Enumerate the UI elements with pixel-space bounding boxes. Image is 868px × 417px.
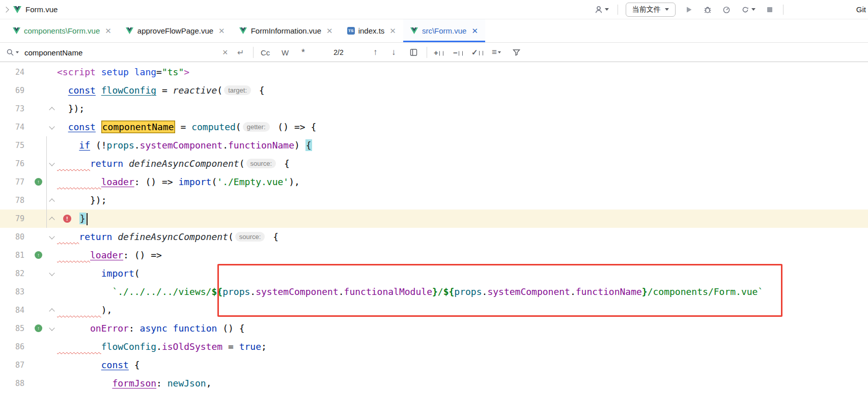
remove-occurrence-button[interactable]: − xyxy=(453,48,463,56)
filter-button[interactable] xyxy=(512,48,521,56)
tab-close-icon[interactable]: ✕ xyxy=(389,27,396,35)
code-editor[interactable]: 24<script setup lang="ts">69 const flowC… xyxy=(0,62,868,393)
code-text[interactable]: const componentName = computed(getter: (… xyxy=(56,118,868,136)
code-line-76[interactable]: 76 return defineAsyncComponent(source: { xyxy=(0,155,868,173)
tab-close-icon[interactable]: ✕ xyxy=(471,27,478,35)
profiler-button[interactable] xyxy=(721,4,732,15)
code-line-24[interactable]: 24<script setup lang="ts"> xyxy=(0,63,868,81)
line-number[interactable]: 79 xyxy=(0,210,24,228)
code-text[interactable]: flowConfig.isOldSystem = true; xyxy=(56,338,868,356)
fold-down-icon[interactable] xyxy=(49,325,54,331)
add-occurrence-button[interactable]: + xyxy=(434,48,443,56)
code-text[interactable]: }); xyxy=(56,191,868,210)
code-text[interactable]: loader: () => import('./Empty.vue'), xyxy=(56,173,868,191)
code-line-77[interactable]: 77↑ loader: () => import('./Empty.vue'), xyxy=(0,173,868,191)
code-text[interactable]: const flowConfig = reactive(target: { xyxy=(56,81,868,100)
clear-search-icon[interactable]: × xyxy=(222,47,228,57)
run-button[interactable] xyxy=(683,4,694,15)
line-number[interactable]: 82 xyxy=(0,264,24,283)
fold-down-icon[interactable] xyxy=(49,233,54,239)
fold-up-icon[interactable] xyxy=(49,217,54,222)
code-line-69[interactable]: 69 const flowConfig = reactive(target: { xyxy=(0,81,868,100)
tab-close-icon[interactable]: ✕ xyxy=(218,27,225,35)
tab-close-icon[interactable]: ✕ xyxy=(105,27,111,35)
select-all-occurrences-button[interactable]: ✓ xyxy=(471,48,483,57)
code-line-86[interactable]: 86 flowConfig.isOldSystem = true; xyxy=(0,338,868,356)
user-profile-button[interactable] xyxy=(593,4,610,15)
line-number[interactable]: 74 xyxy=(0,118,24,136)
fold-down-icon[interactable] xyxy=(49,124,54,129)
parameter-hint-inlay[interactable]: getter: xyxy=(243,122,270,132)
line-number[interactable]: 78 xyxy=(0,191,24,210)
code-text[interactable]: ! } xyxy=(56,210,868,228)
code-text[interactable]: loader: () => xyxy=(56,246,868,264)
code-line-73[interactable]: 73 }); xyxy=(0,100,868,118)
code-line-78[interactable]: 78 }); xyxy=(0,191,868,210)
code-line-75[interactable]: 75 if (!props.systemComponent.functionNa… xyxy=(0,136,868,155)
line-number[interactable]: 85 xyxy=(0,319,24,338)
code-text[interactable]: const { xyxy=(56,356,868,374)
search-options-button[interactable]: ≡ xyxy=(492,47,501,57)
expand-chevron-icon[interactable] xyxy=(3,7,9,12)
newline-icon[interactable]: ↵ xyxy=(237,47,244,57)
code-text[interactable]: return defineAsyncComponent(source: { xyxy=(56,155,868,173)
parameter-hint-inlay[interactable]: source: xyxy=(235,232,265,242)
fold-up-icon[interactable] xyxy=(49,308,54,314)
git-label[interactable]: Git xyxy=(856,5,866,14)
fold-up-icon[interactable] xyxy=(49,198,54,204)
tab-approveflowpage-vue[interactable]: approveFlowPage.vue✕ xyxy=(119,19,232,42)
regex-toggle[interactable]: * xyxy=(301,47,305,57)
code-line-87[interactable]: 87 const { xyxy=(0,356,868,374)
line-number[interactable]: 69 xyxy=(0,81,24,100)
line-number[interactable]: 76 xyxy=(0,155,24,173)
implements-gutter-icon[interactable]: ↑ xyxy=(35,178,42,186)
tab-index-ts[interactable]: TSindex.ts✕ xyxy=(340,19,403,42)
code-line-88[interactable]: 88 formJson: newJson, xyxy=(0,374,868,393)
previous-occurrence-button[interactable]: ↑ xyxy=(373,47,378,57)
tab-forminformation-vue[interactable]: FormInformation.vue✕ xyxy=(232,19,340,42)
line-number[interactable]: 75 xyxy=(0,136,24,155)
debug-button[interactable] xyxy=(702,4,713,15)
line-number[interactable]: 24 xyxy=(0,63,24,81)
whole-words-toggle[interactable]: W xyxy=(282,48,289,56)
parameter-hint-inlay[interactable]: target: xyxy=(224,85,251,95)
line-number[interactable]: 88 xyxy=(0,374,24,393)
implements-gutter-icon[interactable]: ↑ xyxy=(35,324,42,332)
line-number[interactable]: 86 xyxy=(0,338,24,356)
search-match-highlight[interactable]: componentName xyxy=(101,121,175,133)
run-config-selector[interactable]: 当前文件 xyxy=(626,3,676,17)
code-text[interactable]: <script setup lang="ts"> xyxy=(56,63,868,81)
tab-close-icon[interactable]: ✕ xyxy=(326,27,333,35)
rerun-button[interactable] xyxy=(740,4,757,15)
tab-components-form-vue[interactable]: components\Form.vue✕ xyxy=(5,19,119,42)
code-text[interactable]: onError: async function () { xyxy=(56,319,868,338)
parameter-hint-inlay[interactable]: source: xyxy=(246,159,276,168)
code-text[interactable]: formJson: newJson, xyxy=(56,374,868,393)
line-number[interactable]: 83 xyxy=(0,283,24,301)
line-number[interactable]: 80 xyxy=(0,228,24,246)
code-text[interactable]: return defineAsyncComponent(source: { xyxy=(56,228,868,246)
error-icon[interactable]: ! xyxy=(63,215,71,223)
tab-src-form-vue[interactable]: src\Form.vue✕ xyxy=(403,19,485,42)
code-text[interactable]: import( xyxy=(56,264,868,283)
code-text[interactable]: if (!props.systemComponent.functionName)… xyxy=(56,136,868,155)
code-text[interactable]: `./../../../views/${props.systemComponen… xyxy=(56,283,868,301)
next-occurrence-button[interactable]: ↓ xyxy=(391,47,396,57)
implements-gutter-icon[interactable]: ↑ xyxy=(35,251,42,259)
open-in-find-window-button[interactable] xyxy=(409,48,418,56)
code-line-80[interactable]: 80 return defineAsyncComponent(source: { xyxy=(0,228,868,246)
match-case-toggle[interactable]: Cc xyxy=(261,48,270,56)
code-text[interactable]: }); xyxy=(56,100,868,118)
line-number[interactable]: 81 xyxy=(0,246,24,264)
line-number[interactable]: 87 xyxy=(0,356,24,374)
fold-down-icon[interactable] xyxy=(49,270,54,276)
code-line-79[interactable]: 79 ! } xyxy=(0,210,868,228)
code-line-82[interactable]: 82 import( xyxy=(0,264,868,283)
line-number[interactable]: 73 xyxy=(0,100,24,118)
search-input[interactable]: componentName xyxy=(24,48,82,56)
fold-down-icon[interactable] xyxy=(49,160,54,166)
code-text[interactable]: ), xyxy=(56,301,868,319)
stop-button[interactable] xyxy=(764,4,775,15)
code-line-83[interactable]: 83 `./../../../views/${props.systemCompo… xyxy=(0,283,868,301)
code-line-84[interactable]: 84 ), xyxy=(0,301,868,319)
